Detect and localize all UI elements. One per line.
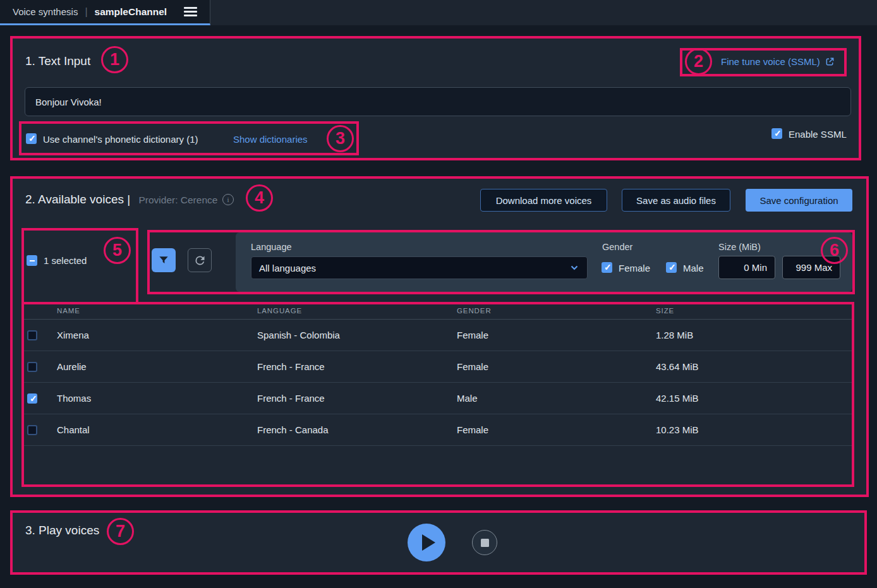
cell-size: 1.28 MiB — [656, 330, 693, 340]
cell-gender: Male — [457, 393, 478, 404]
voice-synthesis-app: Voice synthesis | sampleChannel 1. Text … — [0, 0, 877, 588]
cell-language: French - France — [257, 361, 325, 372]
cell-size: 43.64 MiB — [656, 361, 699, 372]
show-dictionaries-link[interactable]: Show dictionaries — [233, 134, 308, 145]
row-checkbox[interactable] — [27, 362, 37, 372]
play-button[interactable] — [408, 524, 445, 561]
refresh-button[interactable] — [188, 248, 212, 272]
table-header-row: NAME LANGUAGE GENDER SIZE — [24, 304, 852, 320]
section3-title: 3. Play voices — [25, 524, 99, 537]
fine-tune-ssml-label: Fine tune voice (SSML) — [721, 56, 820, 67]
language-select[interactable]: All languages — [251, 256, 588, 279]
select-all-checkbox[interactable] — [27, 255, 37, 266]
female-checkbox[interactable] — [602, 262, 612, 273]
download-more-voices-button[interactable]: Download more voices — [480, 189, 607, 212]
external-link-icon — [825, 57, 835, 66]
table-row-aurelie[interactable]: Aurelie French - France Female 43.64 MiB — [24, 351, 852, 383]
selected-count-label: 1 selected — [44, 255, 87, 266]
tab-sample-channel[interactable]: Voice synthesis | sampleChannel — [0, 0, 210, 25]
hamburger-icon[interactable] — [184, 7, 197, 16]
language-select-value: All languages — [259, 263, 316, 273]
row-checkbox[interactable] — [27, 330, 37, 340]
header-gender: GENDER — [457, 307, 492, 315]
header-size: SIZE — [656, 307, 674, 315]
table-row-ximena[interactable]: Ximena Spanish - Colombia Female 1.28 Mi… — [24, 320, 852, 351]
cell-gender: Female — [457, 330, 488, 340]
phonetic-dictionary-checkbox[interactable] — [26, 133, 37, 144]
cell-size: 10.23 MiB — [656, 424, 699, 435]
filter-funnel-icon — [157, 254, 170, 267]
cell-gender: Female — [457, 361, 488, 372]
male-checkbox[interactable] — [666, 262, 677, 273]
header-name: NAME — [57, 307, 80, 315]
info-icon[interactable] — [222, 194, 234, 205]
size-mib-label: Size (MiB) — [718, 242, 761, 252]
cell-name: Thomas — [57, 393, 91, 404]
size-min-input[interactable]: 0 Min — [718, 256, 775, 279]
cell-language: French - France — [257, 393, 325, 404]
save-as-audio-files-button[interactable]: Save as audio files — [622, 189, 730, 212]
chevron-down-icon — [569, 263, 579, 273]
enable-ssml-checkbox[interactable] — [771, 128, 782, 139]
cell-language: Spanish - Colombia — [257, 330, 340, 340]
cell-language: French - Canada — [257, 424, 329, 435]
filter-button[interactable] — [152, 248, 176, 272]
app-title: Voice synthesis — [13, 6, 78, 17]
stop-button[interactable] — [472, 530, 497, 555]
refresh-icon — [193, 254, 207, 267]
cell-size: 42.15 MiB — [656, 393, 699, 404]
table-row-chantal[interactable]: Chantal French - Canada Female 10.23 MiB — [24, 414, 852, 446]
male-label: Male — [683, 263, 704, 273]
section2-title: 2. Available voices | Provider: Cerence — [25, 193, 217, 207]
fine-tune-ssml-link[interactable]: Fine tune voice (SSML) — [721, 56, 835, 67]
cell-name: Chantal — [57, 424, 90, 435]
stop-icon — [481, 539, 489, 547]
section2-title-text: 2. Available voices | — [25, 193, 130, 206]
phonetic-dictionary-label: Use channel's phonetic dictionary (1) — [43, 134, 198, 145]
provider-label: Provider: Cerence — [138, 195, 217, 205]
header-language: LANGUAGE — [257, 307, 302, 315]
gender-label: Gender — [602, 242, 632, 252]
save-configuration-button[interactable]: Save configuration — [746, 189, 852, 212]
cell-name: Ximena — [57, 330, 89, 340]
table-row-thomas[interactable]: Thomas French - France Male 42.15 MiB — [24, 383, 852, 414]
voices-table: NAME LANGUAGE GENDER SIZE Ximena Spanish… — [24, 304, 852, 484]
text-input[interactable]: Bonjour Vivoka! — [25, 87, 851, 116]
language-label: Language — [251, 242, 292, 252]
cell-gender: Female — [457, 424, 488, 435]
play-icon — [422, 534, 435, 551]
row-checkbox[interactable] — [27, 393, 37, 404]
title-divider: | — [85, 6, 87, 18]
top-bar: Voice synthesis | sampleChannel — [0, 0, 877, 25]
text-input-value: Bonjour Vivoka! — [35, 97, 102, 107]
channel-name: sampleChannel — [95, 6, 167, 18]
section1-title: 1. Text Input — [25, 54, 90, 68]
size-max-input[interactable]: 999 Max — [782, 256, 840, 279]
row-checkbox[interactable] — [27, 425, 37, 435]
female-label: Female — [619, 263, 650, 273]
cell-name: Aurelie — [57, 361, 87, 372]
enable-ssml-label: Enable SSML — [789, 129, 847, 140]
